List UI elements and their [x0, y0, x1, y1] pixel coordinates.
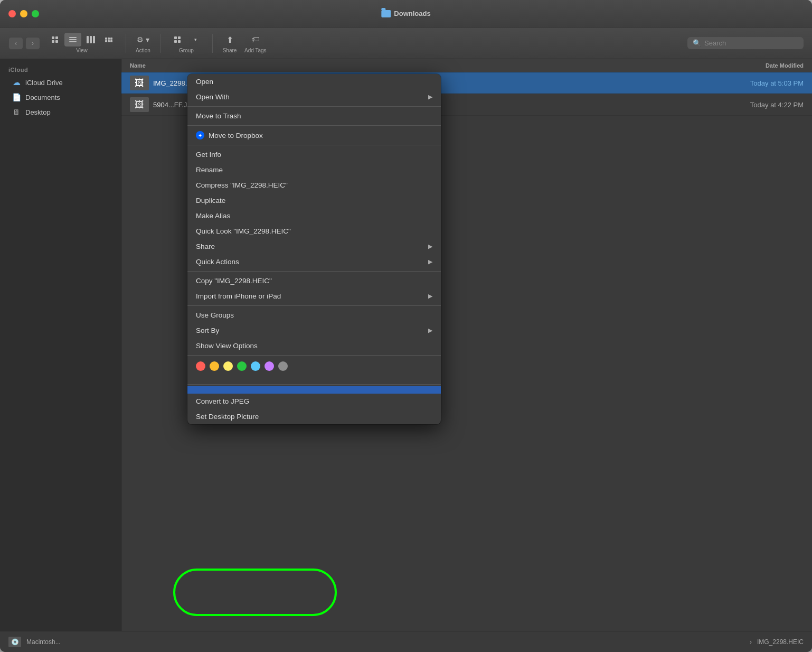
menu-item-copy[interactable]: Copy "IMG_2298.HEIC" — [187, 273, 441, 288]
menu-item-open[interactable]: Open — [187, 74, 441, 89]
file-date: Today at 4:22 PM — [698, 101, 804, 109]
view-buttons — [46, 33, 117, 46]
list-view-icon — [69, 37, 77, 42]
menu-item-move-trash[interactable]: Move to Trash — [187, 108, 441, 124]
menu-item-show-view-options[interactable]: Show View Options — [187, 338, 441, 353]
menu-separator — [187, 355, 441, 356]
sidebar-item-icloud-drive[interactable]: ☁ iCloud Drive — [3, 75, 118, 90]
action-label: Action — [136, 48, 150, 53]
sidebar-item-documents[interactable]: 📄 Documents — [3, 90, 118, 105]
column-view-button[interactable] — [82, 33, 99, 46]
group-label: Group — [179, 48, 194, 53]
menu-separator — [187, 271, 441, 272]
maximize-button[interactable] — [32, 10, 39, 17]
share-icon: ⬆ — [226, 35, 233, 45]
forward-icon: › — [32, 40, 34, 47]
menu-item-label: Share — [196, 243, 215, 250]
path-label: › — [750, 638, 752, 646]
submenu-arrow-icon: ▶ — [428, 94, 432, 100]
documents-icon: 📄 — [12, 92, 21, 102]
add-tags-button[interactable]: 🏷 — [247, 33, 264, 46]
menu-item-rename[interactable]: Rename — [187, 162, 441, 178]
tag-red[interactable] — [196, 361, 205, 371]
close-button[interactable] — [8, 10, 16, 17]
tag-gray[interactable] — [278, 361, 288, 371]
menu-item-label: Sort By — [196, 327, 219, 334]
share-label: Share — [223, 48, 237, 53]
group-icon — [174, 36, 181, 43]
grid-view-icon — [52, 36, 58, 43]
menu-item-open-with[interactable]: Open With ▶ — [187, 89, 441, 105]
group-group: ▾ Group — [169, 33, 204, 53]
menu-item-label: Open — [196, 78, 213, 86]
disk-icon: 💿 — [8, 637, 21, 647]
sidebar-item-label: Documents — [25, 94, 60, 101]
forward-button[interactable]: › — [25, 37, 40, 50]
menu-item-quick-look[interactable]: Quick Look "IMG_2298.HEIC" — [187, 223, 441, 239]
back-button[interactable]: ‹ — [8, 37, 23, 50]
menu-separator — [187, 384, 441, 385]
menu-item-convert-jpeg[interactable] — [187, 386, 441, 394]
tag-purple[interactable] — [265, 361, 274, 371]
menu-item-get-info[interactable]: Get Info — [187, 147, 441, 162]
menu-item-label: Open With — [196, 93, 230, 101]
tag-green[interactable] — [237, 361, 247, 371]
menu-item-label: Show View Options — [196, 342, 258, 350]
desktop-icon: 🖥 — [12, 107, 21, 117]
icon-view-button[interactable] — [46, 33, 63, 46]
menu-item-label: Move to Dropbox — [209, 132, 263, 139]
back-icon: ‹ — [15, 40, 17, 47]
menu-item-label: Quick Actions — [196, 258, 239, 266]
search-input[interactable] — [704, 39, 798, 47]
file-date: Today at 5:03 PM — [698, 79, 804, 87]
menu-item-use-groups[interactable]: Use Groups — [187, 308, 441, 323]
menu-item-tags[interactable] — [187, 375, 441, 383]
icloud-drive-icon: ☁ — [12, 78, 21, 87]
tag-yellow[interactable] — [223, 361, 233, 371]
finder-window: Downloads ‹ › — [0, 0, 812, 652]
chevron-down-icon: ▾ — [194, 37, 197, 42]
file-thumbnail: 🖼 — [130, 76, 149, 90]
menu-item-make-alias[interactable]: Make Alias — [187, 208, 441, 223]
search-bar[interactable]: 🔍 — [687, 37, 804, 49]
group-button[interactable] — [169, 33, 186, 46]
tag-blue[interactable] — [251, 361, 260, 371]
toolbar-divider-3 — [212, 34, 213, 53]
action-button[interactable]: ⚙ ▾ — [135, 33, 152, 46]
sidebar-item-label: iCloud Drive — [25, 79, 63, 87]
group-dropdown-button[interactable]: ▾ — [187, 33, 204, 46]
menu-item-sort-by[interactable]: Sort By ▶ — [187, 323, 441, 338]
gallery-view-button[interactable] — [100, 33, 117, 46]
menu-separator — [187, 145, 441, 145]
share-button[interactable]: ⬆ — [221, 33, 238, 46]
menu-item-quick-actions[interactable]: Quick Actions ▶ — [187, 254, 441, 269]
menu-item-set-desktop[interactable]: Convert to JPEG — [187, 394, 441, 409]
menu-item-duplicate[interactable]: Duplicate — [187, 193, 441, 208]
add-tags-label: Add Tags — [244, 48, 267, 53]
tag-orange[interactable] — [210, 361, 219, 371]
share-group: ⬆ Share — [221, 33, 238, 53]
group-buttons: ▾ — [169, 33, 204, 46]
context-menu: Open Open With ▶ Move to Trash ✦ Move to… — [187, 74, 441, 424]
title-bar: Downloads — [0, 0, 812, 27]
menu-item-label: Quick Look "IMG_2298.HEIC" — [196, 227, 291, 235]
menu-item-compress[interactable]: Compress "IMG_2298.HEIC" — [187, 178, 441, 193]
sidebar-item-desktop[interactable]: 🖥 Desktop — [3, 105, 118, 119]
menu-item-move-dropbox[interactable]: ✦ Move to Dropbox — [187, 127, 441, 143]
view-group: View — [46, 33, 117, 53]
menu-item-share[interactable]: Share ▶ — [187, 239, 441, 254]
traffic-lights — [8, 10, 39, 17]
column-name-header: Name — [130, 62, 698, 69]
tag-icon: 🏷 — [251, 35, 260, 44]
menu-item-label: Get Info — [196, 151, 221, 159]
minimize-button[interactable] — [20, 10, 27, 17]
submenu-arrow-icon: ▶ — [428, 327, 432, 334]
submenu-arrow-icon: ▶ — [428, 258, 432, 265]
window-title-area: Downloads — [381, 10, 430, 17]
menu-item-photosweeper[interactable]: Set Desktop Picture — [187, 409, 441, 424]
sidebar-item-label: Desktop — [25, 108, 51, 116]
list-view-button[interactable] — [64, 33, 81, 46]
menu-separator — [187, 125, 441, 126]
menu-item-import[interactable]: Import from iPhone or iPad ▶ — [187, 288, 441, 304]
menu-item-label: Copy "IMG_2298.HEIC" — [196, 277, 272, 285]
